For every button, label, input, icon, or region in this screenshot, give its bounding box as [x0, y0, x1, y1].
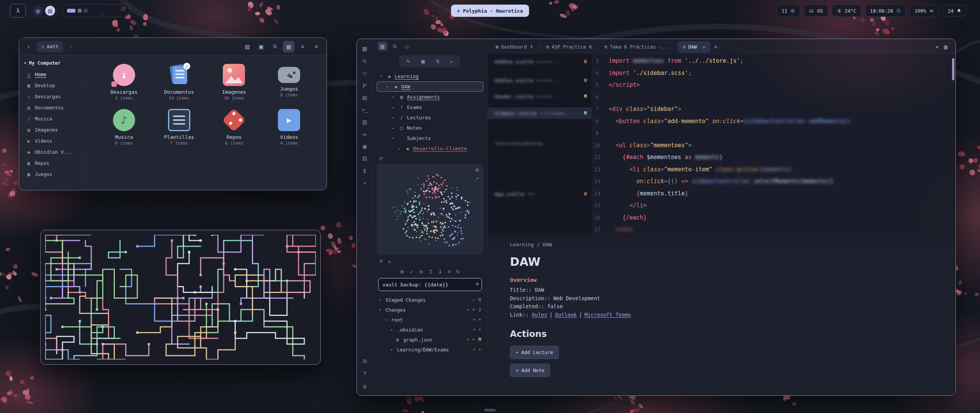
menu-icon[interactable]: ≡: [310, 41, 322, 52]
refresh-icon[interactable]: ↻: [456, 269, 460, 275]
note-breadcrumb[interactable]: Learning / DAW: [510, 242, 956, 247]
graph-icon[interactable]: [379, 156, 384, 162]
tab-asp-practice-6[interactable]: ▤ASP Practice 6: [541, 41, 597, 53]
keyboard-layout-widget[interactable]: US: [804, 5, 828, 17]
tree-item-assignments[interactable]: ▸▤Assignments: [377, 92, 483, 102]
git-action-icons[interactable]: ↶ +: [467, 337, 475, 342]
tab-dashboard[interactable]: ▦Dashboard: [491, 41, 539, 53]
change-list-icon[interactable]: ≡: [448, 269, 451, 275]
stage-all-icon[interactable]: ⊕: [400, 269, 404, 275]
sidebar-item-repos[interactable]: ▣Repos: [23, 158, 82, 169]
media-player-widget[interactable]: ◉ Polyphia - Neurotica: [451, 5, 529, 17]
theme-button[interactable]: ◍: [33, 6, 43, 16]
bookmarks-tab-icon[interactable]: ◇: [402, 42, 412, 51]
sidebar-item-musica[interactable]: ♪Musica: [23, 113, 82, 124]
git-row-learning-daw-exams[interactable]: ▾Learning/DAW/Exams↶ +: [377, 345, 483, 354]
git-action-icons[interactable]: ↶ +: [473, 347, 481, 352]
git-action-icons[interactable]: ↶ +: [473, 317, 481, 322]
add-lecture-button[interactable]: + Add Lecture: [510, 346, 559, 359]
tree-item-lectures[interactable]: ▸♪Lectures: [377, 112, 483, 123]
editor-area[interactable]: AddOne.sveltesrc/co...UAddTwo.sveltesrc/…: [488, 54, 956, 395]
tree-item-exams[interactable]: ▸!Exams: [377, 102, 483, 112]
sidebar-item-home[interactable]: ⌂Home: [23, 69, 82, 80]
close-icon[interactable]: ×: [702, 44, 706, 50]
grid-view-icon[interactable]: ▦: [283, 41, 294, 52]
sidebar-item-obsidian-v[interactable]: ◆Obsidian V...: [23, 146, 82, 158]
pull-icon[interactable]: ↧: [438, 269, 443, 275]
dice-icon[interactable]: ⚄: [360, 154, 369, 163]
search-icon[interactable]: [269, 41, 281, 52]
launcher-button[interactable]: λ: [10, 4, 26, 18]
folder-tile-documentos[interactable]: ↗Documentos14 items: [152, 64, 207, 101]
clock-widget[interactable]: 18:08:28: [865, 5, 906, 17]
tree-item-learning[interactable]: ▾◈Learning: [377, 71, 483, 81]
sidebar-item-imagenes[interactable]: ▧Imagenes: [23, 124, 82, 135]
tree-item-subjects[interactable]: ▾Subjects: [377, 133, 483, 143]
volume-widget[interactable]: 100%: [910, 5, 939, 17]
commit-icon[interactable]: ✓: [410, 269, 414, 275]
new-note-icon[interactable]: ✎: [406, 59, 410, 64]
list-view-icon[interactable]: ≡: [297, 41, 308, 52]
graph-settings-icon[interactable]: [475, 167, 480, 172]
workspace-occupied[interactable]: [78, 9, 82, 13]
terminal-icon[interactable]: >_: [360, 106, 369, 114]
clear-input-icon[interactable]: ⊗: [476, 281, 479, 287]
sidebar-item-juegos[interactable]: ▩Juegos: [23, 169, 82, 180]
sidebar-item-videos[interactable]: ▶Videos: [23, 135, 82, 146]
search-tab-icon[interactable]: [390, 42, 400, 51]
new-folder-icon[interactable]: ▣: [421, 59, 425, 64]
link-outlook[interactable]: Outlook: [555, 312, 577, 318]
folder-tile-juegos[interactable]: +Juegos8 items: [261, 64, 317, 101]
git-row-root[interactable]: ▾root↶ +: [377, 315, 483, 325]
new-tab-button[interactable]: +: [710, 42, 721, 52]
tab-daw[interactable]: ▤DAW×: [678, 41, 710, 53]
random-note-icon[interactable]: ∞: [360, 130, 369, 138]
add-note-button[interactable]: + Add Note: [510, 364, 550, 377]
graph-expand-icon[interactable]: ↗: [475, 176, 479, 181]
weather-widget[interactable]: 24°C: [832, 5, 861, 17]
git-action-icons[interactable]: ↶ +: [467, 307, 475, 312]
folder-tile-imagenes[interactable]: Imagenes10 items: [207, 64, 262, 101]
book-icon[interactable]: ▥: [360, 118, 369, 126]
updates-widget[interactable]: 11: [776, 5, 800, 17]
tree-item-notes[interactable]: ▸□Notes: [377, 123, 483, 133]
git-action-icons[interactable]: —: [472, 297, 475, 302]
dock-handle[interactable]: [484, 409, 496, 411]
tab-list-icon[interactable]: ▾: [936, 44, 938, 50]
git-history-icon[interactable]: ↻: [388, 259, 391, 264]
forward-button[interactable]: ›: [66, 43, 76, 50]
git-row-graph-json[interactable]: ▤graph.json↶ +M: [377, 335, 483, 345]
folder-tile-videos[interactable]: ▶Videos4 items: [261, 109, 317, 146]
back-button[interactable]: ‹: [24, 43, 34, 50]
unstage-all-icon[interactable]: ⊖: [419, 269, 423, 275]
scrollbar-thumb[interactable]: [952, 58, 954, 80]
sidebar-header[interactable]: ▾ My Computer: [24, 60, 82, 66]
folder-tile-plantillas[interactable]: Plantillas7 items: [152, 109, 207, 146]
image-viewer-icon[interactable]: ▧: [242, 41, 253, 52]
sidebar-item-documentos[interactable]: ▤Documentos: [23, 102, 82, 113]
tab-tema-6-pr-cticas[interactable]: ▤Tema 6 Prácticas -...: [599, 41, 675, 53]
local-graph-pane[interactable]: ↗: [377, 164, 483, 255]
tree-item-desarrollo-cliente[interactable]: ▸◆Desarrollo-Cliente: [377, 143, 483, 154]
sort-icon[interactable]: ⇅: [436, 59, 440, 64]
bookmarks-icon[interactable]: ◇: [360, 69, 369, 77]
canvas-icon[interactable]: ▤: [360, 93, 369, 102]
git-branch-icon[interactable]: [379, 259, 384, 265]
workspace-empty[interactable]: [84, 9, 88, 13]
link-microsoft-teams[interactable]: Microsoft Teams: [585, 312, 631, 318]
collapse-all-icon[interactable]: »: [450, 59, 452, 64]
notifications-widget[interactable]: 24: [943, 5, 966, 17]
vault-switcher-icon[interactable]: ▦: [360, 44, 369, 53]
split-icon[interactable]: ▦: [944, 44, 948, 50]
git-row-staged-changes[interactable]: ▾Staged Changes—0: [377, 295, 483, 305]
search-icon[interactable]: [360, 57, 369, 65]
graph-view-icon[interactable]: [360, 81, 369, 89]
link-aules[interactable]: Aules: [532, 312, 547, 318]
git-action-icons[interactable]: ↶ +: [473, 327, 481, 332]
git-row-obsidian[interactable]: ▾.obsidian↶ +: [377, 325, 483, 335]
help-icon[interactable]: ?: [360, 369, 369, 378]
commit-message-input[interactable]: [378, 278, 482, 291]
sync-icon[interactable]: ◎: [360, 356, 369, 365]
currency-icon[interactable]: $: [360, 167, 369, 175]
settings-icon[interactable]: [360, 382, 369, 391]
